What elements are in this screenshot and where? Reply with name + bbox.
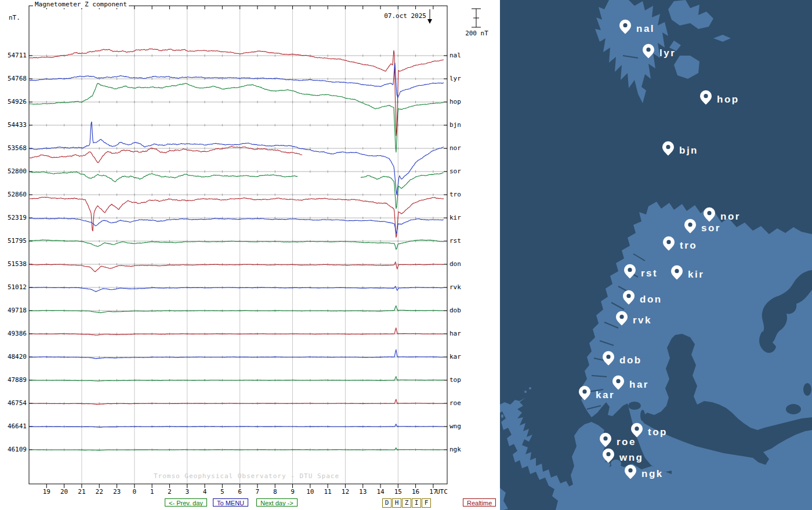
- x-axis-hour-9: 9: [286, 488, 300, 496]
- map-pin-label-kir: kir: [688, 269, 704, 280]
- map-pin-label-nor: nor: [720, 211, 741, 222]
- y-axis-value-bjn: 54433: [2, 121, 27, 129]
- x-axis-hour-15: 15: [391, 488, 405, 496]
- pin-hole: [606, 452, 610, 456]
- pin-hole: [704, 94, 708, 98]
- map-island-hebrides-1: [501, 414, 503, 418]
- next-day-button[interactable]: Next day ->: [256, 498, 298, 507]
- station-label-kir: kir: [449, 214, 461, 221]
- pin-hole: [628, 468, 632, 472]
- x-axis-hour-14: 14: [374, 488, 387, 496]
- x-axis-hour-11: 11: [321, 488, 335, 496]
- x-axis-hour-7: 7: [251, 488, 264, 496]
- component-button-Z[interactable]: Z: [402, 498, 411, 508]
- y-axis-value-kir: 52319: [2, 214, 27, 221]
- y-axis-value-don: 51538: [2, 260, 27, 268]
- y-axis-unit-label: nT.: [9, 14, 20, 21]
- page-title: Magnetometer Z component: [33, 1, 129, 8]
- magnetogram-panel: Magnetometer Z component nT. 07.oct 2025…: [0, 0, 500, 510]
- trace-wng: [29, 424, 444, 427]
- station-label-lyr: lyr: [449, 75, 461, 82]
- pin-hole: [675, 269, 679, 273]
- station-label-don: don: [449, 260, 461, 268]
- component-button-H[interactable]: H: [392, 498, 401, 508]
- map-island-funen: [603, 462, 610, 468]
- pin-hole: [666, 240, 670, 244]
- y-axis-value-rst: 51795: [2, 237, 27, 245]
- station-label-dob: dob: [449, 307, 461, 314]
- trace-hop: [29, 83, 444, 152]
- watermark: Tromso Geophysical Observatory - DTU Spa…: [102, 472, 392, 480]
- station-label-rst: rst: [449, 237, 461, 245]
- realtime-button[interactable]: Realtime: [463, 498, 496, 507]
- y-axis-value-dob: 49718: [2, 307, 27, 314]
- prev-day-button[interactable]: <- Prev. day: [165, 498, 207, 507]
- pin-hole: [635, 427, 639, 431]
- pin-hole: [707, 211, 711, 215]
- pin-hole: [606, 355, 610, 359]
- map-pin-label-dob: dob: [619, 355, 642, 366]
- pin-hole: [623, 23, 627, 27]
- x-axis-hour-23: 23: [110, 488, 124, 496]
- y-axis-value-ngk: 46109: [2, 446, 27, 453]
- map-lake-onega: [803, 383, 811, 396]
- station-label-bjn: bjn: [449, 121, 461, 129]
- station-label-kar: kar: [449, 353, 461, 360]
- station-label-top: top: [449, 376, 461, 384]
- component-button-F[interactable]: F: [422, 498, 431, 508]
- trace-roe: [29, 399, 444, 405]
- x-axis-hour-13: 13: [356, 488, 370, 496]
- y-axis-value-wng: 46641: [2, 422, 27, 430]
- map-island-lofoten-1: [614, 276, 617, 279]
- x-axis-hour-12: 12: [338, 488, 352, 496]
- component-selector: DHZIF: [382, 498, 432, 508]
- x-axis-hour-0: 0: [128, 488, 142, 496]
- map-pin-label-top: top: [648, 427, 668, 438]
- trace-top: [29, 377, 444, 381]
- y-axis-value-har: 49386: [2, 330, 27, 337]
- map-island-lofoten-2: [619, 271, 622, 274]
- station-label-har: har: [449, 330, 461, 337]
- x-axis-hour-19: 19: [39, 488, 53, 496]
- map-pin-label-roe: roe: [617, 436, 636, 447]
- x-axis-hour-21: 21: [75, 488, 89, 496]
- x-axis-hour-10: 10: [303, 488, 317, 496]
- to-menu-button[interactable]: To MENU: [213, 498, 248, 507]
- trace-ngk: [29, 448, 444, 450]
- y-axis-value-hop: 54926: [2, 98, 27, 105]
- station-label-sor: sor: [449, 167, 461, 175]
- map-pin-label-tro: tro: [680, 240, 697, 251]
- trace-bjn: [29, 147, 302, 163]
- pin-hole: [646, 48, 650, 52]
- trace-lyr: [29, 63, 444, 98]
- map-island-orkney-1: [524, 391, 527, 393]
- station-label-ngk: ngk: [449, 446, 461, 453]
- map-pin-label-rvk: rvk: [633, 315, 652, 326]
- y-axis-value-sor: 52800: [2, 167, 27, 175]
- x-axis-hour-1: 1: [145, 488, 159, 496]
- y-axis-value-lyr: 54768: [2, 75, 27, 82]
- pin-hole: [688, 223, 692, 227]
- component-button-D[interactable]: D: [382, 498, 392, 508]
- y-axis-value-top: 47889: [2, 376, 27, 384]
- map-pin-label-rst: rst: [641, 268, 658, 279]
- x-axis-hour-2: 2: [162, 488, 176, 496]
- trace-don: [29, 262, 444, 272]
- x-axis-hour-20: 20: [57, 488, 71, 496]
- x-axis-utc-label: UTC: [436, 488, 448, 496]
- station-label-nor: nor: [449, 144, 461, 152]
- map-pin-label-wng: wng: [619, 452, 644, 463]
- y-axis-value-tro: 52860: [2, 191, 27, 198]
- map-pin-label-sor: sor: [701, 223, 721, 234]
- station-label-tro: tro: [449, 191, 461, 198]
- pin-hole: [626, 294, 630, 298]
- map-pin-label-nal: nal: [636, 23, 655, 34]
- station-label-rvk: rvk: [449, 283, 461, 291]
- x-axis-hour-8: 8: [268, 488, 282, 496]
- map-pin-label-don: don: [640, 294, 662, 305]
- pin-hole: [619, 315, 624, 319]
- pin-hole: [582, 389, 586, 394]
- component-button-I[interactable]: I: [412, 498, 421, 508]
- trace-rvk: [29, 286, 444, 292]
- map-pin-label-lyr: lyr: [659, 48, 676, 59]
